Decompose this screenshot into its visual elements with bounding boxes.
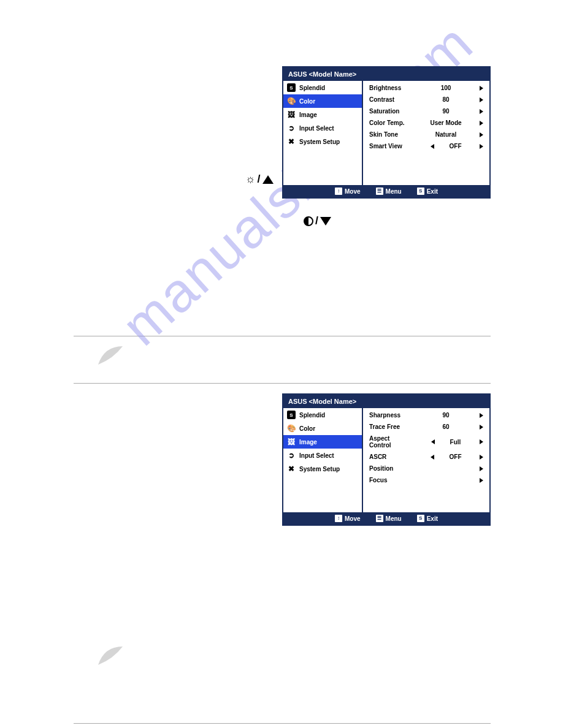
chevron-right-icon [480, 478, 483, 483]
setting-position[interactable]: Position [363, 463, 489, 474]
nav-label: Image [299, 112, 317, 118]
chevron-right-icon [480, 86, 483, 91]
nav-item-system[interactable]: ✖System Setup [283, 462, 362, 476]
nav-label: Color [299, 425, 315, 432]
menu-icon: ☰ [376, 188, 383, 195]
footer-menu[interactable]: ☰Menu [376, 515, 402, 522]
divider [74, 336, 491, 336]
footer-move[interactable]: ↕Move [335, 188, 361, 195]
nav-item-image[interactable]: 🖼Image [283, 435, 362, 449]
chevron-left-icon [431, 439, 435, 444]
footer-exit[interactable]: SExit [417, 188, 438, 195]
move-icon: ↕ [335, 188, 342, 195]
move-icon: ↕ [335, 515, 342, 522]
setting-aspect-control[interactable]: Aspect ControlFull [363, 433, 489, 451]
chevron-right-icon [480, 132, 483, 137]
nav-label: Splendid [299, 412, 325, 419]
nav-item-splendid[interactable]: SSplendid [283, 408, 362, 422]
nav-label: Input Select [299, 125, 334, 132]
osd-menu-color: ASUS <Model Name> SSplendid 🎨Color 🖼Imag… [282, 66, 491, 199]
nav-item-input[interactable]: ➲Input Select [283, 449, 362, 462]
nav-label: Input Select [299, 452, 334, 459]
divider [74, 723, 491, 724]
nav-item-color[interactable]: 🎨Color [283, 422, 362, 435]
chevron-right-icon [480, 97, 483, 102]
exit-icon: S [417, 188, 424, 195]
chevron-right-icon [480, 455, 483, 460]
setting-contrast[interactable]: Contrast80 [363, 94, 489, 105]
setting-brightness[interactable]: Brightness100 [363, 82, 489, 94]
chevron-right-icon [480, 144, 483, 149]
brightness-icon: ☼ [245, 173, 256, 186]
footer-move[interactable]: ↕Move [335, 515, 361, 522]
setup-icon: ✖ [287, 137, 296, 146]
osd-title: ASUS <Model Name> [283, 395, 489, 408]
chevron-right-icon [480, 413, 483, 418]
setting-focus[interactable]: Focus [363, 474, 489, 486]
setting-sharpness[interactable]: Sharpness90 [363, 409, 489, 421]
chevron-right-icon [480, 466, 483, 471]
color-icon: 🎨 [287, 97, 296, 105]
triangle-down-icon [320, 217, 331, 226]
hotkey-brightness-up: ☼/ [245, 173, 274, 186]
hotkey-contrast-down: / [304, 214, 331, 227]
menu-icon: ☰ [376, 515, 383, 522]
chevron-left-icon [431, 144, 434, 149]
footer-exit[interactable]: SExit [417, 515, 438, 522]
chevron-right-icon [480, 109, 483, 114]
image-icon: 🖼 [287, 438, 296, 446]
contrast-icon [304, 216, 313, 226]
nav-label: Splendid [299, 85, 325, 91]
setup-icon: ✖ [287, 464, 296, 473]
input-icon: ➲ [287, 124, 296, 132]
nav-item-color[interactable]: 🎨Color [283, 94, 362, 108]
osd-title: ASUS <Model Name> [283, 67, 489, 81]
color-icon: 🎨 [287, 424, 296, 433]
chevron-left-icon [431, 455, 434, 460]
nav-label: Color [299, 98, 315, 105]
splendid-icon: S [287, 83, 296, 92]
splendid-icon: S [287, 411, 296, 419]
setting-ascr[interactable]: ASCROFF [363, 451, 489, 463]
footer-menu[interactable]: ☰Menu [376, 188, 402, 195]
image-icon: 🖼 [287, 110, 296, 119]
exit-icon: S [417, 515, 424, 522]
feather-icon [95, 643, 126, 668]
nav-label: System Setup [299, 466, 340, 472]
setting-saturation[interactable]: Saturation90 [363, 105, 489, 117]
triangle-up-icon [262, 175, 274, 184]
setting-trace-free[interactable]: Trace Free60 [363, 421, 489, 433]
chevron-right-icon [480, 121, 483, 126]
nav-label: System Setup [299, 138, 340, 145]
nav-item-image[interactable]: 🖼Image [283, 108, 362, 121]
nav-item-system[interactable]: ✖System Setup [283, 135, 362, 148]
nav-label: Image [299, 439, 317, 446]
nav-item-splendid[interactable]: SSplendid [283, 81, 362, 94]
osd-menu-image: ASUS <Model Name> SSplendid 🎨Color 🖼Imag… [282, 393, 491, 526]
feather-icon [95, 343, 126, 368]
divider [74, 383, 491, 384]
setting-skin-tone[interactable]: Skin ToneNatural [363, 129, 489, 140]
input-icon: ➲ [287, 451, 296, 460]
chevron-right-icon [480, 425, 483, 430]
chevron-right-icon [480, 439, 483, 444]
setting-smart-view[interactable]: Smart ViewOFF [363, 140, 489, 152]
setting-color-temp[interactable]: Color Temp.User Mode [363, 117, 489, 129]
nav-item-input[interactable]: ➲Input Select [283, 121, 362, 135]
